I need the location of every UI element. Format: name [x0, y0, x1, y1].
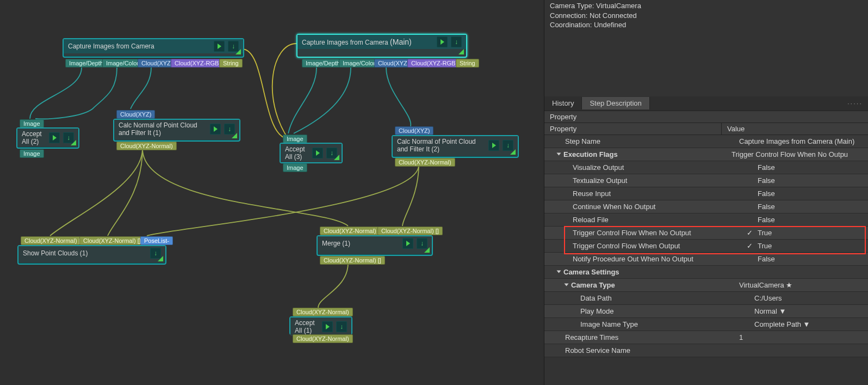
resize-icon: [458, 49, 464, 54]
tab-step-description[interactable]: Step Description: [582, 97, 649, 109]
port-cloud-xyz-rgb[interactable]: Cloud(XYZ-RGB): [407, 59, 461, 68]
node-title: Accept All (1): [295, 319, 322, 334]
property-row[interactable]: Continue When No OutputFalse: [544, 200, 868, 213]
resize-icon: [235, 49, 241, 54]
port-cloud-xyz-rgb[interactable]: Cloud(XYZ-RGB): [171, 59, 225, 68]
play-button[interactable]: [322, 321, 333, 332]
check-icon: ✓: [747, 242, 754, 250]
port-image[interactable]: Image: [283, 163, 307, 172]
play-button[interactable]: [49, 132, 60, 143]
play-button[interactable]: [488, 140, 499, 151]
port-poselist[interactable]: PoseList-: [140, 236, 173, 245]
port-string[interactable]: String: [219, 59, 243, 68]
property-name: Continue When No Output: [573, 203, 655, 211]
resize-icon: [510, 149, 516, 155]
property-row[interactable]: Notify Procedure Out When No OutputFalse: [544, 253, 868, 266]
port-cloud-xyz-normal-arr[interactable]: Cloud(XYZ-Normal) []: [21, 236, 86, 245]
connection-wires: [0, 0, 544, 385]
play-button[interactable]: [402, 238, 413, 249]
node-title-suffix: (Main): [390, 38, 412, 46]
port-cloud-xyz-normal[interactable]: Cloud(XYZ-Normal): [293, 308, 353, 316]
property-row[interactable]: Trigger Control Flow When Output✓True: [544, 240, 868, 253]
node-title: Merge (1): [322, 240, 350, 247]
node-title: Accept All (2): [22, 130, 49, 145]
property-row[interactable]: Step NameCapture Images from Camera (Mai…: [544, 135, 868, 148]
property-name: Trigger Control Flow When No Output: [573, 229, 691, 237]
node-capture-1[interactable]: Capture Images from Camera: [63, 38, 244, 58]
node-capture-2[interactable]: Capture Images from Camera (Main): [296, 34, 467, 58]
property-row[interactable]: Trigger Control Flow When No Output✓True: [544, 227, 868, 240]
check-icon: ✓: [747, 229, 754, 237]
camera-info: Camera Type: VirtualCamera Connection: N…: [544, 0, 868, 31]
property-name: Camera Settings: [563, 268, 619, 276]
expand-icon[interactable]: [557, 153, 561, 156]
node-title: Accept All (3): [285, 145, 312, 161]
property-row[interactable]: Image Name TypeComplete Path ▼: [544, 318, 868, 331]
download-button[interactable]: [336, 321, 347, 332]
play-button[interactable]: [214, 41, 225, 52]
node-accept-all-3[interactable]: Accept All (3): [280, 143, 343, 163]
node-show-point-clouds[interactable]: Show Point Clouds (1): [17, 245, 166, 265]
property-row[interactable]: Camera Settings: [544, 266, 868, 279]
property-name: Play Mode: [580, 307, 613, 315]
port-image-depth[interactable]: Image/Depth: [65, 59, 107, 68]
property-row[interactable]: Data PathC:/Users: [544, 292, 868, 305]
resize-icon: [71, 140, 76, 145]
play-button[interactable]: [210, 124, 221, 135]
property-name: Visualize Output: [573, 163, 624, 172]
port-cloud-xyz-normal[interactable]: Cloud(XYZ-Normal): [293, 334, 353, 343]
port-cloud-xyz-normal-arr[interactable]: Cloud(XYZ-Normal) []: [320, 256, 385, 265]
port-image[interactable]: Image: [20, 149, 44, 158]
property-row[interactable]: Visualize OutputFalse: [544, 161, 868, 174]
property-row[interactable]: Reload FileFalse: [544, 213, 868, 227]
port-cloud-xyz[interactable]: Cloud(XYZ): [395, 126, 433, 135]
property-row[interactable]: Camera TypeVirtualCamera ★: [544, 279, 868, 292]
property-value: False: [758, 190, 775, 198]
play-button[interactable]: [312, 148, 323, 158]
resize-icon: [424, 247, 430, 253]
port-cloud-xyz[interactable]: Cloud(XYZ): [116, 110, 155, 119]
expand-icon[interactable]: [565, 284, 569, 286]
camera-type-label: Camera Type:: [550, 2, 594, 10]
property-row[interactable]: Execution FlagsTrigger Control Flow When…: [544, 148, 868, 161]
node-calc-normal-1[interactable]: Calc Normal of Point Cloud and Filter It…: [113, 119, 240, 142]
node-accept-all-1[interactable]: Accept All (1): [289, 316, 352, 335]
property-row[interactable]: Reuse InputFalse: [544, 187, 868, 200]
property-row[interactable]: Robot Service Name: [544, 344, 868, 357]
port-cloud-xyz-normal-arr[interactable]: Cloud(XYZ-Normal) []: [320, 227, 385, 235]
property-row[interactable]: Recapture Times1: [544, 331, 868, 344]
port-cloud-xyz-normal-arr[interactable]: Cloud(XYZ-Normal) []: [377, 227, 443, 235]
dots-icon: ·····: [847, 99, 863, 107]
property-name: Image Name Type: [580, 320, 638, 328]
property-value: Complete Path ▼: [754, 320, 810, 328]
property-heading: Property: [544, 111, 868, 123]
tab-history[interactable]: History: [544, 97, 582, 109]
port-string[interactable]: String: [456, 59, 479, 68]
node-graph-canvas[interactable]: Capture Images from Camera Image/Depth I…: [0, 0, 544, 385]
port-cloud-xyz-normal-arr-minus[interactable]: Cloud(XYZ-Normal) [] -: [79, 236, 148, 245]
node-accept-all-2[interactable]: Accept All (2): [16, 127, 79, 149]
node-calc-normal-2[interactable]: Calc Normal of Point Cloud and Filter It…: [392, 135, 519, 158]
property-name: Reuse Input: [573, 190, 611, 198]
property-name: Trigger Control Flow When Output: [573, 242, 680, 250]
download-button[interactable]: [451, 36, 462, 47]
port-image-color[interactable]: Image/Color: [102, 59, 142, 68]
expand-icon[interactable]: [557, 271, 561, 273]
property-rows[interactable]: Step NameCapture Images from Camera (Mai…: [544, 135, 868, 357]
port-cloud-xyz-normal[interactable]: Cloud(XYZ-Normal): [395, 158, 455, 167]
property-row[interactable]: Play ModeNormal ▼: [544, 305, 868, 318]
property-row[interactable]: Textualize OutputFalse: [544, 174, 868, 187]
port-cloud-xyz-normal[interactable]: Cloud(XYZ-Normal): [116, 142, 177, 150]
port-image[interactable]: Image: [20, 119, 44, 128]
node-title: Capture Images from Camera: [68, 42, 154, 50]
port-image[interactable]: Image: [283, 135, 307, 143]
resize-icon: [232, 133, 237, 138]
play-button[interactable]: [437, 36, 448, 47]
port-image-depth[interactable]: Image/Depth: [302, 59, 344, 68]
coordination-value: Undefined: [594, 21, 626, 29]
property-value: False: [758, 216, 775, 224]
property-name: Notify Procedure Out When No Output: [573, 255, 693, 263]
port-image-color[interactable]: Image/Color: [339, 59, 379, 68]
node-merge[interactable]: Merge (1): [317, 235, 433, 256]
node-title: Capture Images from Camera: [302, 39, 388, 46]
